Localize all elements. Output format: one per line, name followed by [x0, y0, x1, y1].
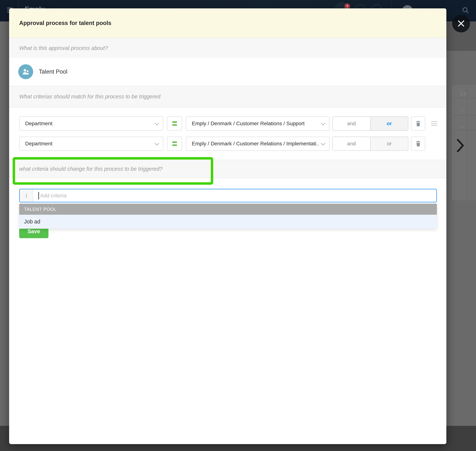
- talent-pool-icon: [18, 64, 33, 79]
- chevron-down-icon: [321, 121, 325, 125]
- dimmed-column-header: La: [460, 91, 466, 97]
- dimmed-dash: [460, 110, 463, 111]
- equals-operator-button[interactable]: [167, 117, 182, 131]
- entity-label: Talent Pool: [39, 69, 67, 75]
- info-icon: i: [20, 189, 33, 202]
- dimmed-table-row-line: [452, 115, 476, 116]
- and-or-toggle: and or: [332, 137, 408, 151]
- section-match: What criterias should match for this pro…: [9, 86, 446, 107]
- close-icon[interactable]: [452, 14, 470, 32]
- criteria-value-select[interactable]: Emply / Denmark / Customer Relations / S…: [186, 117, 330, 131]
- section-about: What is this approval process about?: [9, 38, 446, 58]
- equals-operator-button[interactable]: [167, 137, 182, 151]
- criteria-dropdown: TALENT POOL Job ad: [19, 204, 437, 229]
- approval-process-modal: Approval process for talent pools What i…: [9, 8, 446, 444]
- and-or-toggle: and or: [332, 117, 408, 131]
- and-button[interactable]: and: [333, 117, 370, 130]
- section-about-label: What is this approval process about?: [19, 45, 108, 51]
- criteria-field-select[interactable]: Department: [19, 117, 163, 131]
- or-button[interactable]: or: [370, 117, 408, 130]
- criteria-row: Department Emply / Denmark / Customer Re…: [9, 137, 446, 151]
- highlight-annotation-box: [13, 157, 213, 185]
- dimmed-table-row-line: [452, 130, 476, 131]
- entity-row: Talent Pool: [9, 58, 446, 86]
- or-button[interactable]: or: [370, 137, 408, 150]
- drag-handle[interactable]: [431, 121, 437, 126]
- modal-title: Approval process for talent pools: [19, 8, 111, 38]
- section-match-label: What criterias should match for this pro…: [19, 94, 160, 100]
- delete-criteria-button[interactable]: [411, 137, 425, 151]
- criteria-row: Department Emply / Denmark / Customer Re…: [9, 117, 446, 131]
- dimmed-dash: [460, 127, 463, 128]
- chevron-down-icon: [321, 141, 325, 145]
- delete-criteria-button[interactable]: [411, 117, 425, 131]
- search-icon[interactable]: [461, 6, 470, 15]
- dimmed-table-column-line: [467, 85, 467, 200]
- dropdown-item-job-ad[interactable]: Job ad: [19, 215, 437, 229]
- notification-badge: 9: [344, 3, 350, 9]
- chevron-down-icon: [155, 141, 159, 145]
- criteria-value-select[interactable]: Emply / Denmark / Customer Relations / I…: [186, 137, 330, 151]
- next-page-chevron-icon[interactable]: [456, 138, 464, 154]
- criteria-field-select[interactable]: Department: [19, 137, 163, 151]
- dropdown-group-header: TALENT POOL: [19, 204, 437, 215]
- add-criteria-input[interactable]: [39, 189, 436, 202]
- and-button[interactable]: and: [333, 137, 370, 150]
- modal-header: Approval process for talent pools: [9, 8, 446, 38]
- chevron-down-icon: [155, 121, 159, 125]
- add-criteria-inputgroup: i: [19, 189, 437, 202]
- dimmed-table-row-line: [452, 98, 476, 99]
